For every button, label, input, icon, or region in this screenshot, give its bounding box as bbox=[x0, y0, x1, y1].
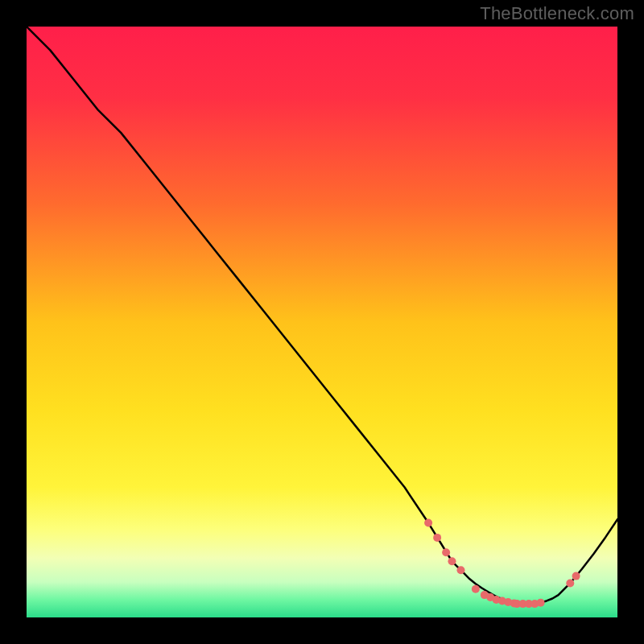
marker-point bbox=[472, 585, 480, 593]
marker-point bbox=[442, 548, 450, 556]
marker-point bbox=[572, 572, 580, 580]
marker-point bbox=[433, 534, 441, 542]
marker-point bbox=[537, 599, 545, 607]
chart-svg bbox=[27, 27, 617, 617]
plot-area bbox=[27, 27, 617, 617]
marker-point bbox=[424, 519, 432, 527]
watermark-text: TheBottleneck.com bbox=[480, 3, 634, 24]
marker-point bbox=[566, 579, 574, 587]
marker-point bbox=[456, 566, 464, 574]
background-gradient bbox=[27, 27, 617, 617]
chart-container: TheBottleneck.com bbox=[0, 0, 644, 644]
marker-point bbox=[448, 557, 456, 565]
